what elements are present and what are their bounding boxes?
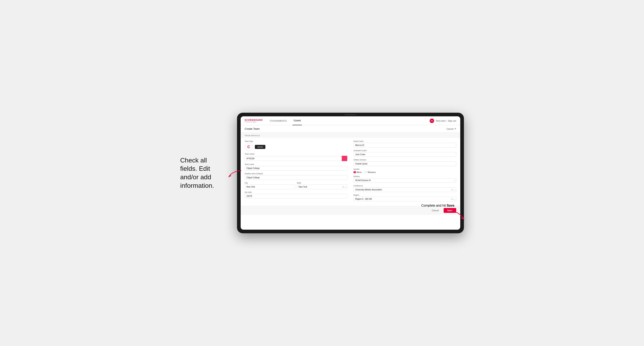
gender-label: Gender [354,168,456,170]
instruction-right: Complete and hit Save. [421,204,466,221]
user-avatar: TU [430,119,434,123]
form-header: Create Team Cancel ✕ [241,125,460,133]
city-input[interactable] [245,184,295,189]
cancel-top-label: Cancel [446,128,453,130]
display-name-label: Display name (unique) [245,173,348,174]
city-label: City [245,182,295,184]
gender-mens-radio[interactable]: Mens [354,171,362,173]
conference-group: Conference ✕ ⌄ [354,185,456,192]
team-colour-group: Team colour [245,153,348,161]
head-coach-input[interactable] [354,143,456,148]
cancel-top-button[interactable]: Cancel ✕ [446,128,456,130]
close-icon: ✕ [454,128,456,130]
logo-area: C Upload [245,143,348,151]
region-input[interactable] [354,197,456,201]
mens-label: Mens [357,171,362,173]
team-colour-label: Team colour [245,153,348,155]
state-select-icons: ✕ ⌄ [342,186,346,188]
womens-label: Womens [368,171,376,173]
conference-clear-icon[interactable]: ✕ [451,189,453,191]
state-label: State [297,182,348,184]
womens-radio-dot [364,171,367,173]
display-name-input[interactable] [245,175,348,180]
colour-swatch[interactable] [342,156,348,161]
instruction-left-text: Check all fields. Edit and/or add inform… [180,156,225,190]
head-coach-label: Head Coach [354,140,456,142]
logo-circle: C [245,143,253,151]
division-input[interactable] [354,178,456,183]
division-group: Division ⌄ [354,175,456,183]
navbar: SCOREBOARD Powered by clippd TOURNAMENTS… [241,116,460,125]
zip-label: Zip code [245,191,348,193]
state-select-wrapper: ✕ ⌄ [297,184,348,189]
assistant-coach-label: Assistant Coach [354,150,456,152]
display-name-group: Display name (unique) [245,173,348,180]
user-label: Test User | [436,120,446,122]
nav-teams[interactable]: TEAMS [292,116,302,125]
upload-button[interactable]: Upload [255,145,266,149]
instruction-right-bold: Save [447,204,454,207]
section-label: TEAM DETAILS [241,133,460,138]
division-select-wrapper: ⌄ [354,178,456,183]
city-group: City [245,182,295,189]
right-arrow-icon [450,209,466,221]
team-name-label: Team name [245,163,348,165]
logo-letter: C [247,145,250,149]
instruction-left: Check all fields. Edit and/or add inform… [180,156,225,190]
left-arrow [227,169,243,179]
state-clear-icon[interactable]: ✕ [342,186,344,188]
assistant-coach-input[interactable] [354,152,456,157]
region-clear-icon[interactable]: ✕ [451,198,453,200]
athletic-director-input[interactable] [354,162,456,166]
form-title: Create Team [245,127,260,130]
gender-womens-radio[interactable]: Womens [364,171,376,173]
athletic-director-label: Athletic Director [354,159,456,161]
brand-subtitle: Powered by clippd [245,121,263,123]
zip-group: Zip code [245,191,348,198]
team-name-input[interactable] [245,166,348,171]
athletic-director-group: Athletic Director [354,159,456,166]
team-colour-input[interactable] [245,156,342,161]
team-name-group: Team name [245,163,348,171]
region-select-wrapper: ✕ ⌄ [354,197,456,201]
region-chevron-icon: ⌄ [453,198,455,200]
head-coach-group: Head Coach [354,140,456,148]
page-wrapper: Check all fields. Edit and/or add inform… [180,113,464,233]
city-state-group: City State ✕ ⌄ [245,182,348,189]
region-group: Region ✕ ⌄ [354,194,456,201]
mens-radio-dot [354,171,356,173]
gender-group: Gender Mens Womens [354,168,456,173]
right-arrow-wrapper [421,209,466,221]
state-input[interactable] [297,184,348,189]
brand: SCOREBOARD Powered by clippd [245,119,263,123]
signout-link[interactable]: Sign out [448,120,456,122]
state-group: State ✕ ⌄ [297,182,348,189]
form-col-right: Head Coach Assistant Coach Athletic Dire… [354,140,456,203]
state-chevron-icon: ⌄ [344,186,346,188]
team-logo-label: Team logo [245,140,348,142]
zip-input[interactable] [245,194,348,198]
city-state-row: City State ✕ ⌄ [245,182,348,189]
instruction-right-end: . [454,204,455,207]
form-body: Team logo C Upload Team colour [241,138,460,206]
region-select-icons: ✕ ⌄ [451,198,455,200]
instruction-right-text: Complete and hit Save. [421,204,466,207]
navbar-right: TU Test User | Sign out [430,119,456,123]
nav-items: TOURNAMENTS TEAMS [269,116,430,125]
conference-select-icons: ✕ ⌄ [451,189,455,191]
conference-label: Conference [354,185,456,187]
brand-title: SCOREBOARD [245,119,263,121]
conference-input[interactable] [354,187,456,192]
form-col-left: Team logo C Upload Team colour [245,140,348,203]
division-label: Division [354,175,456,177]
nav-tournaments[interactable]: TOURNAMENTS [269,116,288,125]
division-select-icons: ⌄ [453,179,455,181]
conference-select-wrapper: ✕ ⌄ [354,187,456,192]
colour-field-wrapper [245,156,348,161]
instruction-right-normal: Complete and hit [421,204,447,207]
team-logo-group: Team logo C Upload [245,140,348,151]
region-label: Region [354,194,456,196]
assistant-coach-group: Assistant Coach [354,150,456,157]
gender-row: Mens Womens [354,171,456,173]
division-chevron-icon: ⌄ [453,179,455,181]
